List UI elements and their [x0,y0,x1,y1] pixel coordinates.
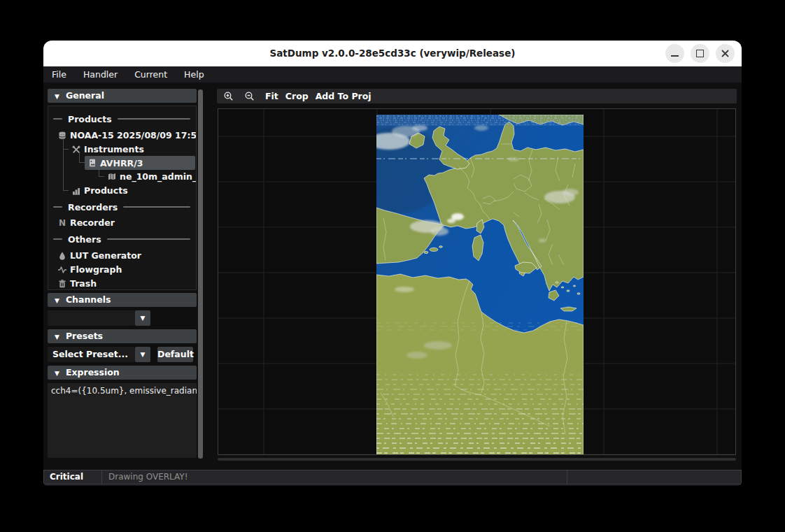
desktop-background: SatDump v2.0.0-28e5cd33c (verywip/Releas… [0,0,785,532]
map-icon [107,172,117,182]
satellite-image[interactable] [376,115,584,455]
menu-handler[interactable]: Handler [83,69,118,80]
chevron-down-icon: ▼ [55,89,59,103]
window-title: SatDump v2.0.0-28e5cd33c (verywip/Releas… [43,41,742,66]
section-header-presets[interactable]: ▼Presets [48,329,197,343]
minimize-icon [671,55,679,57]
chevron-down-icon: ▼ [141,315,146,322]
image-file-icon [87,158,97,168]
tree-separator-others[interactable]: Others [48,233,196,245]
status-extra [567,470,742,484]
zoom-in-icon[interactable] [223,91,234,102]
trash-icon [57,279,67,289]
section-header-general[interactable]: ▼General [48,89,197,103]
minimize-button[interactable] [665,44,684,63]
channel-select-arrow[interactable]: ▼ [135,310,150,326]
main-content: ▼General Products NOAA-15 2025/08/09 17:… [43,82,742,470]
satdump-window: SatDump v2.0.0-28e5cd33c (verywip/Releas… [43,41,742,486]
preset-select[interactable]: Select Preset... [48,347,135,362]
tree-item-flowgraph[interactable]: Flowgraph [48,263,196,276]
droplet-icon [57,251,67,261]
maximize-button[interactable] [691,44,709,63]
handler-tree: Products NOAA-15 2025/08/09 17:54:3 Inst… [48,106,197,290]
tree-separator-products[interactable]: Products [48,113,196,125]
channel-select[interactable] [48,310,135,326]
avhrr-europe-map [376,115,584,455]
menu-help[interactable]: Help [184,69,204,80]
status-message: Drawing OVERLAY! [101,470,567,484]
add-to-proj-button[interactable]: Add To Proj [316,91,372,101]
chevron-down-icon: ▼ [141,351,146,358]
image-viewer[interactable] [218,108,736,455]
chevron-down-icon: ▼ [55,294,59,308]
chevron-down-icon: ▼ [55,366,59,380]
tree-item-avhrr3[interactable]: AVHRR/3 [48,157,196,170]
section-header-channels[interactable]: ▼Channels [48,293,197,307]
chart-bars-icon [71,186,81,196]
zoom-out-icon[interactable] [244,91,255,102]
tree-item-noaa-15[interactable]: NOAA-15 2025/08/09 17:54:3 [48,129,196,142]
waveform-icon [57,265,67,275]
crop-button[interactable]: Crop [285,91,309,101]
tree-item-ne10m-overlay[interactable]: ne_10m_admin_0_c [48,170,196,183]
tree-item-instruments[interactable]: Instruments [48,143,196,156]
sidebar-scrollbar[interactable] [198,89,203,459]
close-icon [721,50,729,57]
expression-input[interactable]: cch4=({10.5um}, emissive_radianc [48,383,197,458]
menubar: File Handler Current Help [43,66,742,82]
tree-item-trash[interactable]: Trash [48,277,196,290]
database-icon [57,131,67,141]
tree-item-products[interactable]: Products [48,184,196,197]
fit-button[interactable]: Fit [265,91,278,101]
horizontal-scrollbar[interactable] [218,458,736,461]
preset-select-arrow[interactable]: ▼ [135,347,150,362]
window-controls [665,44,735,63]
maximize-icon [696,50,704,57]
menu-current[interactable]: Current [134,69,167,80]
image-toolbar: Fit Crop Add To Proj [217,89,737,103]
letter-n-icon: N [57,218,67,228]
status-level: Critical [43,470,102,484]
titlebar[interactable]: SatDump v2.0.0-28e5cd33c (verywip/Releas… [43,41,742,66]
section-header-expression[interactable]: ▼Expression [48,366,197,380]
chevron-down-icon: ▼ [55,330,59,344]
tools-icon [71,145,81,154]
statusbar: Critical Drawing OVERLAY! [43,470,742,486]
default-button[interactable]: Default [157,347,193,362]
tree-separator-recorders[interactable]: Recorders [48,201,196,213]
menu-file[interactable]: File [52,69,66,80]
tree-item-lut-generator[interactable]: LUT Generator [48,249,196,262]
close-button[interactable] [716,44,735,63]
tree-item-recorder[interactable]: N Recorder [48,216,196,229]
